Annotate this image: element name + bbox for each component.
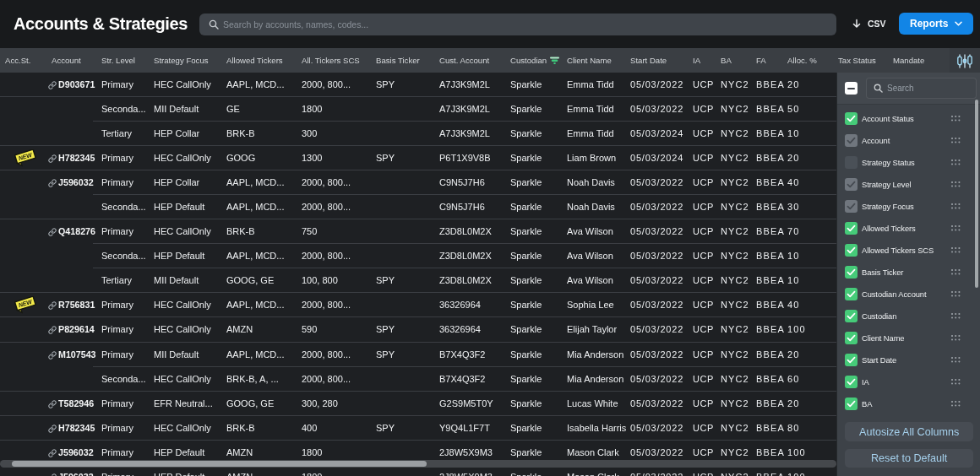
horizontal-scrollbar-thumb[interactable] [12, 461, 427, 467]
reset-to-default-button[interactable]: Reset to Default [845, 449, 973, 468]
cell-account[interactable]: J596032 [47, 170, 101, 195]
column-checkbox[interactable] [845, 134, 858, 147]
global-search[interactable] [199, 14, 836, 35]
cell-account[interactable] [47, 268, 101, 293]
col-header-str-level[interactable]: Str. Level [101, 48, 154, 73]
search-input[interactable] [199, 14, 836, 35]
column-toggle-item[interactable]: Allowed Tickers SCS [837, 239, 980, 261]
col-header-tax-status[interactable]: Tax Status [838, 48, 893, 73]
drag-handle-icon[interactable] [951, 225, 961, 231]
table-row[interactable]: NEW Seconda... MII Default GE 1800 A7J3K… [0, 97, 836, 122]
column-checkbox[interactable] [845, 222, 858, 235]
drag-handle-icon[interactable] [951, 357, 961, 363]
drag-handle-icon[interactable] [951, 335, 961, 341]
table-row[interactable]: NEW Seconda... HEP Default AAPL, MCD... … [0, 195, 836, 219]
table-row[interactable]: NEW H782345 Primary HEC CallOnly BRK-B 4… [0, 416, 836, 441]
column-panel-toggle[interactable] [955, 53, 975, 68]
col-header-allowed-tickers[interactable]: Allowed Tickers [226, 48, 302, 73]
column-checkbox[interactable] [845, 200, 858, 213]
column-toggle-item[interactable]: Strategy Level [837, 173, 980, 195]
drag-handle-icon[interactable] [951, 138, 961, 143]
table-row[interactable]: NEW P829614 Primary HEC CallOnly AMZN 59… [0, 317, 836, 342]
table-row[interactable]: NEW R756831 Primary HEC CallOnly AAPL, M… [0, 293, 836, 317]
cell-account[interactable]: H782345 [47, 416, 101, 441]
column-toggle-item[interactable]: Custodian [837, 305, 980, 327]
drag-handle-icon[interactable] [951, 116, 961, 122]
column-toggle-item[interactable]: BA [837, 392, 980, 414]
column-checkbox[interactable] [845, 156, 858, 169]
cell-account[interactable] [47, 244, 101, 268]
column-toggle-item[interactable]: Basis Ticker [837, 261, 980, 283]
cell-account[interactable]: Q418276 [47, 219, 101, 244]
column-toggle-item[interactable]: Custodian Account [837, 283, 980, 305]
column-checkbox[interactable] [845, 376, 858, 388]
drag-handle-icon[interactable] [951, 269, 961, 275]
column-toggle-item[interactable]: IA [837, 371, 980, 392]
csv-export-button[interactable]: CSV [852, 12, 886, 35]
column-toggle-item[interactable]: Allowed Tickers [837, 217, 980, 239]
panel-search[interactable] [866, 78, 977, 99]
col-header-ia[interactable]: IA [693, 48, 721, 73]
panel-search-input[interactable] [867, 78, 976, 98]
column-checkbox[interactable] [845, 288, 858, 300]
cell-account[interactable]: D903671 [47, 73, 101, 97]
cell-account[interactable]: T582946 [47, 392, 101, 416]
col-header-ba[interactable]: BA [721, 48, 756, 73]
table-row[interactable]: NEW H782345 Primary HEC CallOnly GOOG 13… [0, 146, 836, 170]
drag-handle-icon[interactable] [951, 379, 961, 385]
table-row[interactable]: NEW Tertiary MII Default GOOG, GE 100, 8… [0, 268, 836, 293]
drag-handle-icon[interactable] [951, 291, 961, 297]
col-header-fa[interactable]: FA [756, 48, 787, 73]
cell-account[interactable]: M107543 [47, 343, 101, 367]
column-checkbox[interactable] [845, 310, 858, 322]
panel-scrollbar-thumb[interactable] [975, 100, 978, 288]
column-checkbox[interactable] [845, 266, 858, 279]
column-toggle-item[interactable]: Account Status [837, 107, 980, 129]
table-row[interactable]: NEW D903671 Primary HEC CallOnly AAPL, M… [0, 73, 836, 97]
column-toggle-item[interactable]: Start Date [837, 349, 980, 371]
col-header-strategy-focus[interactable]: Strategy Focus [154, 48, 226, 73]
col-header-start-date[interactable]: Start Date [630, 48, 693, 73]
col-header-account[interactable]: Account [47, 48, 101, 73]
column-checkbox[interactable] [845, 398, 858, 410]
table-row[interactable]: NEW Tertiary HEP Collar BRK-B 300 A7J3K9… [0, 122, 836, 146]
horizontal-scrollbar[interactable] [0, 460, 836, 468]
drag-handle-icon[interactable] [951, 160, 961, 165]
col-header-acc-st[interactable]: Acc.St. [0, 48, 47, 73]
col-header-client-name[interactable]: Client Name [567, 48, 630, 73]
column-toggle-item[interactable]: Account [837, 129, 980, 151]
column-checkbox[interactable] [845, 354, 858, 366]
reports-button[interactable]: Reports [899, 13, 973, 35]
cell-account[interactable] [47, 195, 101, 219]
drag-handle-icon[interactable] [951, 181, 961, 187]
cell-account[interactable] [47, 122, 101, 146]
table-row[interactable]: NEW Seconda... HEC CallOnly BRK-B, A, ..… [0, 367, 836, 392]
column-checkbox[interactable] [845, 178, 858, 191]
table-row[interactable]: NEW Seconda... HEP Default AAPL, MCD... … [0, 244, 836, 268]
drag-handle-icon[interactable] [951, 313, 961, 319]
col-header-all-tickers-scs[interactable]: All. Tickers SCS [302, 48, 376, 73]
column-toggle-item[interactable]: Strategy Status [837, 151, 980, 173]
table-row[interactable]: NEW Q418276 Primary HEC CallOnly BRK-B 7… [0, 219, 836, 244]
autosize-all-columns-button[interactable]: Autosize All Columns [845, 422, 973, 441]
table-row[interactable]: NEW T582946 Primary EFR Neutral... GOOG,… [0, 392, 836, 416]
cell-account[interactable] [47, 97, 101, 122]
column-checkbox[interactable] [845, 112, 858, 125]
drag-handle-icon[interactable] [951, 247, 961, 253]
col-header-cust-account[interactable]: Cust. Account [439, 48, 510, 73]
col-header-basis-ticker[interactable]: Basis Ticker [376, 48, 439, 73]
cell-account[interactable]: R756831 [47, 293, 101, 317]
table-row[interactable]: NEW M107543 Primary MII Default AAPL, MC… [0, 343, 836, 367]
col-header-custodian[interactable]: Custodian [510, 48, 567, 73]
select-all-columns-checkbox[interactable] [845, 82, 858, 95]
column-checkbox[interactable] [845, 332, 858, 344]
table-row[interactable]: NEW J596032 Primary HEP Collar AAPL, MCD… [0, 170, 836, 195]
col-header-alloc-pct[interactable]: Alloc. % [787, 48, 838, 73]
column-toggle-item[interactable]: Strategy Focus [837, 195, 980, 217]
cell-account[interactable] [47, 367, 101, 392]
column-checkbox[interactable] [845, 244, 858, 257]
drag-handle-icon[interactable] [951, 401, 961, 407]
drag-handle-icon[interactable] [951, 203, 961, 209]
cell-account[interactable]: H782345 [47, 146, 101, 170]
column-toggle-item[interactable]: Client Name [837, 327, 980, 349]
